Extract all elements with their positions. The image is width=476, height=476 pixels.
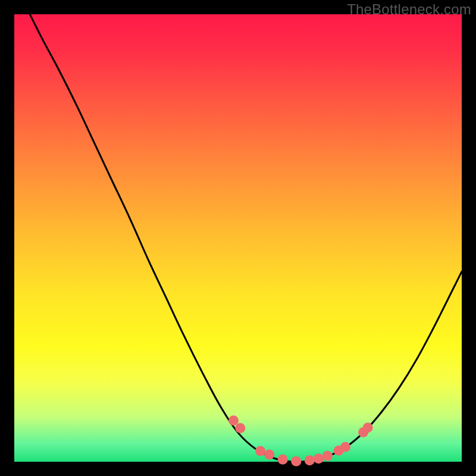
chart-container: TheBottleneck.com	[0, 0, 476, 476]
curve-svg	[14, 14, 462, 462]
marker-point	[291, 456, 301, 466]
bottleneck-curve	[23, 1, 462, 462]
marker-group	[228, 415, 373, 466]
marker-point	[264, 450, 274, 460]
marker-point	[314, 453, 324, 464]
marker-point	[322, 451, 333, 461]
marker-point	[235, 423, 245, 433]
marker-point	[278, 455, 288, 465]
marker-point	[340, 442, 350, 452]
marker-point	[305, 455, 315, 465]
watermark-text: TheBottleneck.com	[347, 1, 471, 18]
marker-point	[228, 415, 239, 425]
marker-point	[363, 422, 373, 433]
marker-point	[255, 446, 265, 456]
